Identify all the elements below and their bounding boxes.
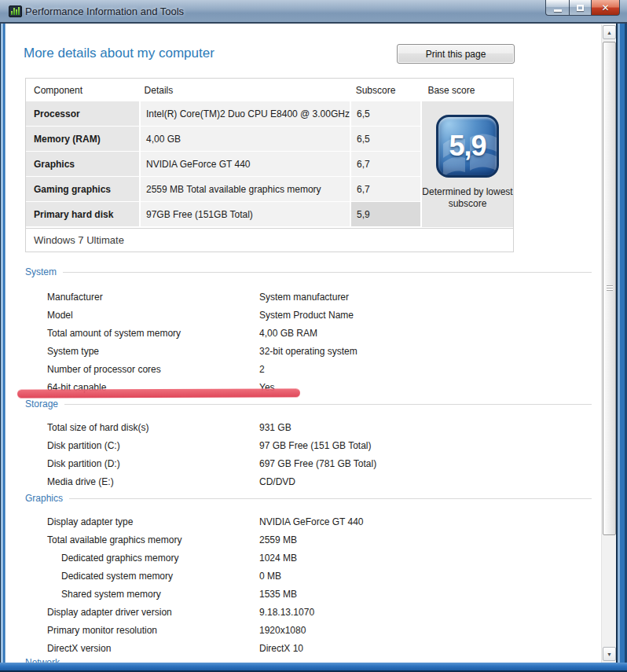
base-score-panel: 5,9 Determined by lowest subscore	[422, 101, 513, 227]
scrollbar-grip-icon	[607, 285, 613, 291]
detail-row: Dedicated graphics memory1024 MB	[25, 549, 592, 567]
section-storage: Storage Total size of hard disk(s)931 GB…	[25, 398, 592, 490]
close-button[interactable]: ✕	[591, 0, 620, 16]
scroll-up-button[interactable]: ▲	[603, 25, 616, 39]
base-score-caption: Determined by lowest subscore	[422, 186, 513, 210]
scrollbar-thumb[interactable]	[603, 42, 616, 535]
section-title-graphics: Graphics	[25, 493, 63, 504]
col-header-subscore: Subscore	[350, 85, 421, 96]
detail-row: Number of processor cores2	[25, 360, 592, 378]
scroll-down-icon: ▼	[607, 652, 612, 657]
base-score-value: 5,9	[449, 130, 486, 163]
detail-row: ManufacturerSystem manufacturer	[25, 288, 592, 306]
detail-row: Total available graphics memory2559 MB	[25, 531, 592, 549]
detail-row: Total size of hard disk(s)931 GB	[25, 418, 592, 436]
window-frame-bottom	[0, 663, 627, 672]
detail-row: Disk partition (D:)697 GB Free (781 GB T…	[25, 454, 592, 472]
red-highlight-annotation	[17, 388, 300, 398]
print-this-page-button[interactable]: Print this page	[397, 44, 515, 64]
base-score-badge: 5,9	[436, 115, 499, 178]
section-divider	[69, 498, 592, 499]
col-header-details: Details	[139, 85, 350, 96]
window-frame-right	[616, 24, 627, 663]
section-title-system: System	[25, 266, 57, 277]
score-table-header: Component Details Subscore Base score	[26, 79, 513, 101]
detail-row: Disk partition (C:)97 GB Free (151 GB To…	[25, 436, 592, 454]
section-system: System ManufacturerSystem manufacturer M…	[25, 266, 592, 396]
detail-row: Shared system memory1535 MB	[25, 585, 592, 603]
restore-button[interactable]	[569, 0, 591, 16]
detail-row: Dedicated system memory0 MB	[25, 567, 592, 585]
detail-row: Primary monitor resolution1920x1080	[25, 621, 592, 639]
window-frame-left	[0, 24, 6, 663]
section-divider	[63, 272, 592, 273]
scroll-down-button[interactable]: ▼	[603, 647, 616, 661]
detail-row: Media drive (E:)CD/DVD	[25, 472, 592, 490]
detail-row: Total amount of system memory4,00 GB RAM	[25, 324, 592, 342]
scroll-up-icon: ▲	[607, 30, 612, 35]
window-title: Performance Information and Tools	[25, 6, 184, 17]
performance-monitor-icon	[9, 6, 22, 17]
col-header-component: Component	[26, 85, 139, 96]
section-divider	[64, 404, 592, 405]
detail-row: ModelSystem Product Name	[25, 306, 592, 324]
page-title: More details about my computer	[24, 46, 214, 61]
detail-row: Display adapter driver version9.18.13.10…	[25, 603, 592, 621]
section-title-storage: Storage	[25, 398, 58, 409]
os-edition-label: Windows 7 Ultimate	[34, 234, 124, 246]
section-graphics: Graphics Display adapter typeNVIDIA GeFo…	[25, 492, 592, 657]
title-bar[interactable]: Performance Information and Tools ✕	[0, 0, 627, 24]
window-controls: ✕	[545, 0, 620, 16]
minimize-icon	[554, 9, 562, 12]
os-edition-row: Windows 7 Ultimate	[26, 228, 513, 252]
vertical-scrollbar[interactable]: ▲ ▼	[601, 24, 616, 663]
restore-icon	[577, 5, 584, 11]
detail-row: DirectX versionDirectX 10	[25, 639, 592, 657]
minimize-button[interactable]	[545, 0, 569, 16]
col-header-base-score: Base score	[420, 85, 513, 96]
detail-row: Display adapter typeNVIDIA GeForce GT 44…	[25, 512, 592, 531]
detail-row: System type32-bit operating system	[25, 342, 592, 360]
close-icon: ✕	[601, 2, 609, 13]
wei-score-table: Component Details Subscore Base score Pr…	[25, 78, 514, 252]
performance-info-window: Performance Information and Tools ✕ More…	[0, 0, 627, 672]
